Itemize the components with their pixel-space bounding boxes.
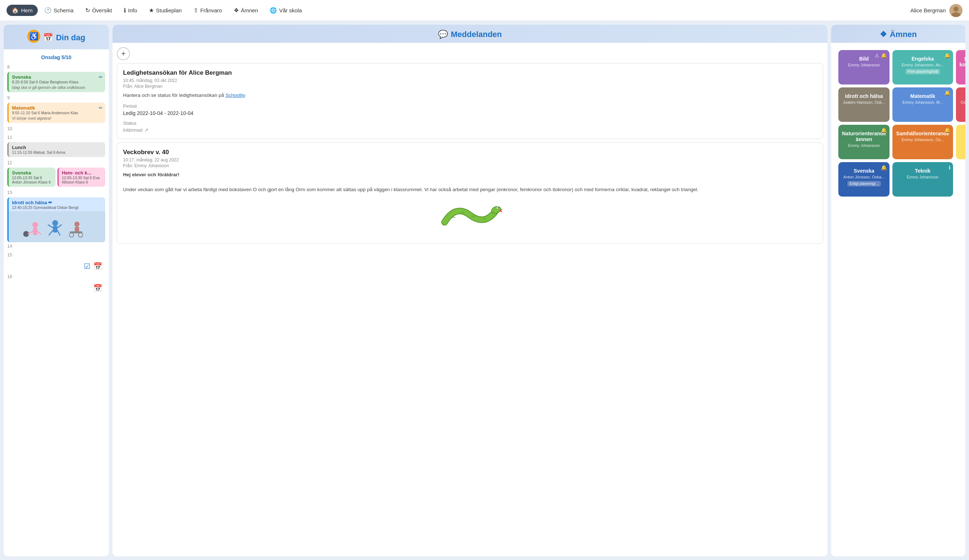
main-layout: ♿ 📅 Din dag Onsdag 5/10 8 Svenska ✏ 8:20… [0,21,969,560]
subject-idrott-halsa[interactable]: Idrott och hälsa Joakim Hansson, Osk... [838,87,889,122]
lesson-idrott[interactable]: Idrott och hälsa ✏ 13:40-15:25 Gymnastik… [7,197,105,242]
nav-item-franvaro[interactable]: ⇧ Frånvaro [188,5,227,16]
lesson-svenska-2[interactable]: Svenska 12:05-13:35 Sal 6 Anton Jönsson … [7,168,55,187]
lesson-sub: 12:05-13:30 Sal 6 Eva Nilsson Klass 6 [62,176,102,184]
subject-sub: Emmy Johansson, M... [902,100,943,105]
checklist-icon[interactable]: ☑ [84,262,90,271]
subject-svenska[interactable]: 🔔 Svenska Anton Jönsson, Oska... Enligt … [838,162,889,196]
user-profile[interactable]: Alice Bergman [910,4,962,17]
external-link-icon[interactable]: ↗ [145,127,148,133]
snake-image [123,193,817,238]
time-row-15: 15 [7,251,105,260]
subject-sub: Emmy Johansson, Os... [901,138,944,142]
message-veckobrev[interactable]: Veckobrev v. 40 10:17, måndag, 22 aug 20… [117,143,823,244]
schoolity-link[interactable]: Schoolity [225,93,245,98]
subject-title: Matematik [910,93,935,99]
avatar [949,4,962,17]
subject-bild[interactable]: ⚠ 🔔 Bild Emmy Johansson [838,50,889,85]
subjects-grid: ⚠ 🔔 Bild Emmy Johansson 🔔 Engelska Emmy … [835,47,962,200]
subject-sub: Anton Jönsson, Oska... [843,175,885,179]
add-message-button[interactable]: + [117,47,130,60]
lesson-title: Idrott och hälsa ✏ [12,200,102,205]
subject-sub: Emmy Johansson [907,175,939,179]
nav-item-studieplan[interactable]: ★ Studieplan [144,5,187,16]
period-value: Ledig 2022-10-04 - 2022-10-04 [123,110,817,116]
calendar-add-icon[interactable]: 📅 [93,262,102,271]
din-dag-body: Onsdag 5/10 8 Svenska ✏ 8:20-9:50 Sal 6 … [3,49,109,557]
main-nav: 🏠 Hem 🕐 Schema ↻ Översikt ℹ Info ★ Studi… [0,0,969,21]
msg-meta-from: Från: Alice Bergman [123,84,817,89]
time-14: 14 [7,242,15,249]
edit-icon[interactable]: ✏ [99,74,103,80]
accessibility-icon: ♿ [27,30,40,43]
meddelanden-header: 💬 Meddelanden [113,25,827,43]
subject-matematik[interactable]: 🔔 Matematik Emmy Johansson, M... [892,87,953,122]
calendar-icon: 📅 [43,33,53,42]
time-10: 10 [7,125,15,131]
nav-item-hem[interactable]: 🏠 Hem [7,5,38,16]
subject-musik[interactable]: Musik Oskar Bengtsson [956,87,966,122]
edit-icon[interactable]: ✏ [48,200,52,205]
amnen-header: ❖ Ämnen [831,25,966,43]
subject-title: Idrott och hälsa [845,93,883,99]
svg-rect-9 [53,226,57,233]
svg-line-13 [57,225,62,228]
calendar-icon-2[interactable]: 📅 [93,284,102,292]
nav-item-schema[interactable]: 🕐 Schema [39,5,79,16]
time-15: 15 [7,251,15,258]
time-11: 11 [7,133,15,140]
idrott-image [9,211,105,242]
lesson-title: Matematik [12,105,102,111]
amnen-panel: ❖ Ämnen ⚠ 🔔 Bild Emmy Johansson 🔔 Engels… [831,25,966,557]
subject-engelska[interactable]: 🔔 Engelska Emmy Johansson, An... Före pl… [892,50,953,85]
lesson-lunch[interactable]: Lunch 11:15-11:55 Matsal, Sal 6 Anna [7,142,105,157]
subject-sub: Emmy Johansson, An... [902,63,944,67]
msg-title: Ledighetsansökan för Alice Bergman [123,69,817,76]
edit-icon[interactable]: ✏ [99,105,103,111]
lesson-hem-k[interactable]: Hem- och k... 12:05-13:30 Sal 6 Eva Nils… [57,168,106,187]
nav-item-info[interactable]: ℹ Info [119,5,142,16]
time-row-16: 16 [7,273,105,281]
subject-badge: ℹ [949,165,951,171]
msg-body-text: Hantera och se status för ledighetsansök… [123,92,817,99]
subject-badge: 🔔 [944,90,951,96]
msg-bold: Hej elever och föräldrar! [123,171,817,178]
subject-sub: Emmy Johansson [848,63,880,67]
lesson-title: Hem- och k... [62,170,102,176]
msg-title: Veckobrev v. 40 [123,149,817,156]
bottom-icons: ☑ 📅 [7,260,105,273]
subject-badge: 🔔 [944,127,951,133]
subject-title: Engelska [912,56,934,61]
meddelanden-body: + Ledighetsansökan för Alice Bergman 10:… [113,43,827,557]
svg-rect-5 [33,228,37,235]
lesson-svenska-1[interactable]: Svenska ✏ 8:20-9:50 Sal 6 Oskar Bengtsso… [7,72,105,92]
subject-badge: 🔔 [944,53,951,58]
lesson-sub: 12:05-13:35 Sal 6 Anton Jönsson Klass 6 [12,176,52,184]
svg-line-10 [49,230,53,235]
nav-label-var-skola: Vår skola [279,7,302,13]
subject-naturorienterande[interactable]: 🔔 Naturorienterande ämnen Emmy Johansson [838,125,889,159]
subject-badge: 🔔 [881,165,887,171]
din-dag-panel: ♿ 📅 Din dag Onsdag 5/10 8 Svenska ✏ 8:20… [3,25,109,557]
time-row-12: 12 [7,159,105,168]
subject-slojd[interactable]: Slöjd Eva Nilsson [956,125,966,159]
svg-line-7 [37,231,41,234]
lesson-sub: 11:15-11:55 Matsal, Sal 6 Anna [12,150,102,155]
svg-rect-15 [75,227,79,232]
nav-label-studieplan: Studieplan [156,7,182,13]
subject-hem-konsument[interactable]: Hem- och konsumentku Eva Nilsson [956,50,966,85]
nav-item-oversikt[interactable]: ↻ Översikt [80,5,117,16]
subject-teknik[interactable]: ℹ Teknik Emmy Johansson [892,162,953,196]
subjects-icon: ❖ [234,7,239,14]
message-ledighet[interactable]: Ledighetsansökan för Alice Bergman 10:45… [117,63,823,139]
meddelanden-panel: 💬 Meddelanden + Ledighetsansökan för Ali… [113,25,827,557]
nav-item-var-skola[interactable]: 🌐 Vår skola [265,5,307,16]
nav-item-amnen[interactable]: ❖ Ämnen [229,5,263,16]
subject-title: Naturorienterande ämnen [842,131,886,142]
lesson-matematik[interactable]: Matematik ✏ 9:55-11:10 Sal 6 Maria Ander… [7,103,105,123]
person-icon: ⇧ [193,7,198,14]
two-col-row: Svenska 12:05-13:35 Sal 6 Anton Jönsson … [7,168,105,187]
subject-title: Bild [859,56,869,61]
subject-samhallsorienterande[interactable]: 🔔 Samhällsorienterande Emmy Johansson, O… [892,125,953,159]
nav-label-schema: Schema [54,7,74,13]
